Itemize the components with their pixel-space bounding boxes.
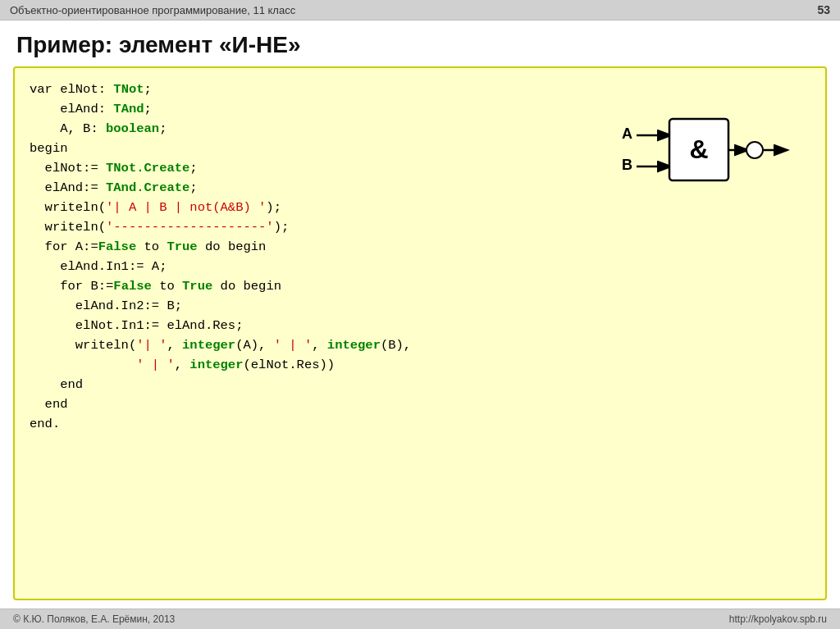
footer-right: http://kpolyakov.spb.ru <box>729 613 827 625</box>
top-bar-title: Объектно-ориентированное программировани… <box>10 4 295 16</box>
bottom-bar: © К.Ю. Поляков, Е.А. Ерёмин, 2013 http:/… <box>0 608 840 629</box>
gate-symbol: & <box>689 134 708 164</box>
footer-left: © К.Ю. Поляков, Е.А. Ерёмин, 2013 <box>13 613 175 625</box>
logic-diagram: A B & <box>614 96 794 203</box>
slide: Объектно-ориентированное программировани… <box>0 0 840 629</box>
code-block: var elNot: TNot; elAnd: TAnd; A, B: bool… <box>30 80 581 434</box>
slide-title: Пример: элемент «И-НЕ» <box>0 21 840 66</box>
input-a-label: A <box>622 125 632 142</box>
input-b-label: B <box>622 157 632 173</box>
main-content: var elNot: TNot; elAnd: TAnd; A, B: bool… <box>0 66 840 608</box>
code-box: var elNot: TNot; elAnd: TAnd; A, B: bool… <box>13 66 827 600</box>
svg-point-4 <box>746 142 763 158</box>
top-bar: Объектно-ориентированное программировани… <box>0 0 840 21</box>
code-area: var elNot: TNot; elAnd: TAnd; A, B: bool… <box>30 80 581 587</box>
diagram-area: A B & <box>597 80 810 587</box>
page-number: 53 <box>817 3 830 16</box>
